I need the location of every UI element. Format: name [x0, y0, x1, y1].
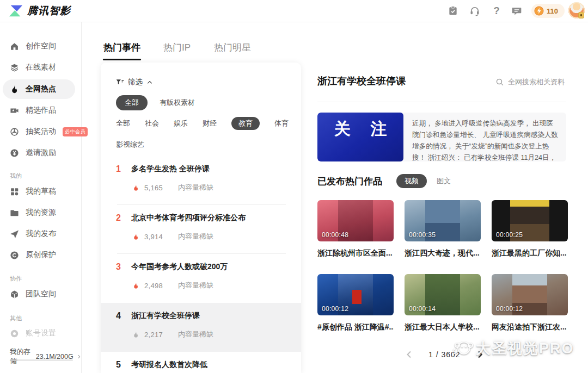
video-card-1[interactable]: 00:00:48 浙江除杭州市区全面... [317, 200, 394, 258]
feedback-icon[interactable] [511, 5, 522, 16]
category-tv[interactable]: 影视综艺 [116, 138, 144, 151]
vip-badge: 必中会员 [63, 127, 88, 136]
storage-row[interactable]: 我的存储 23.1M/200G [10, 347, 81, 366]
search-related-button[interactable]: 全网搜索相关资料 [495, 77, 565, 87]
hot-topic-row-5[interactable]: 5 考研报名人数首次降低 [101, 352, 301, 373]
video-caption: 浙江最大日本人学校... [405, 322, 481, 332]
rank-number: 4 [116, 311, 121, 321]
category-entertainment[interactable]: 娱乐 [174, 117, 188, 130]
pagination: 1 / 3602 [405, 350, 485, 359]
page-indicator: 1 / 3602 [428, 350, 461, 359]
hot-topic-row-2[interactable]: 2 北京中考体育考四项评分标准公布 3,914 内容量稀缺 [101, 205, 301, 254]
sidebar-item-label: 账号设置 [26, 328, 56, 338]
sidebar-item-invite-rewards[interactable]: 邀请激励 [10, 146, 56, 159]
sidebar-item-copyright-protect[interactable]: 原创保护 [10, 248, 56, 262]
sidebar-item-my-drafts[interactable]: 我的草稿 [10, 185, 56, 198]
heat-count: 2,498 [144, 282, 163, 290]
video-card-3[interactable]: 00:00:25 浙江最黑的工厂你知... [492, 200, 568, 258]
filter-label: 筛选 [128, 77, 143, 87]
hot-topic-row-3[interactable]: 3 今年国考参考人数或破200万 2,498 内容量稀缺 [101, 254, 301, 303]
sidebar-item-lottery[interactable]: 抽奖活动 必中会员 [10, 125, 88, 138]
storage-label: 我的存储 [10, 347, 33, 366]
sidebar-item-account-settings[interactable]: 账号设置 [10, 327, 56, 340]
video-caption: 网友沿途拍下浙江农... [492, 322, 568, 332]
task-list-icon[interactable] [448, 5, 458, 16]
scope-copyright[interactable]: 有版权素材 [160, 98, 195, 108]
sidebar-item-creation-space[interactable]: 创作空间 [10, 40, 56, 53]
video-duration: 00:00:48 [322, 231, 348, 239]
video-card-5[interactable]: 00:00:14 浙江最大日本人学校... [405, 274, 481, 332]
copyright-icon [10, 251, 19, 260]
lottery-wheel-icon [10, 127, 19, 136]
category-row: 全部 社会 娱乐 财经 教育 体育 影视综艺 [116, 117, 296, 151]
topic-title: 考研报名人数首次降低 [131, 360, 207, 370]
heat-flame-icon [132, 331, 139, 339]
category-society[interactable]: 社会 [145, 117, 159, 130]
search-label: 全网搜索相关资料 [508, 77, 565, 87]
section-label-my: 我的 [10, 172, 22, 180]
heat-flame-icon [132, 184, 139, 192]
hot-topic-row-1[interactable]: 1 多名学生发热 全班停课 5,165 内容量稀缺 [101, 156, 301, 205]
storage-progress [10, 359, 73, 361]
video-thumbnail: 00:00:48 [317, 200, 394, 241]
topic-detail-panel: 浙江有学校全班停课 全网搜索相关资料 关 注 近期， 多地进入呼吸道传染病高发季… [317, 63, 568, 373]
category-education[interactable]: 教育 [231, 117, 260, 130]
cube-icon [10, 290, 19, 299]
heat-count: 2,217 [144, 331, 163, 339]
video-caption: #原创作品 浙江降温#... [317, 322, 394, 332]
sidebar-item-label: 原创保护 [26, 250, 56, 260]
sidebar-item-my-publish[interactable]: 我的发布 [10, 227, 56, 240]
video-thumbnail: 00:00:14 [405, 274, 481, 315]
next-page-icon[interactable] [475, 350, 485, 359]
tab-hot-stars[interactable]: 热门明星 [214, 41, 251, 54]
hot-topic-row-4-selected[interactable]: 4 浙江有学校全班停课 2,217 内容量稀缺 [101, 303, 301, 352]
video-duration: 00:00:14 [409, 305, 436, 313]
news-summary-card[interactable]: 关 注 近期， 多地进入呼吸道传染病高发季， 出现医院门诊和急诊量增长、 儿童呼… [317, 113, 566, 161]
coin-balance[interactable]: 110 [531, 4, 565, 18]
news-text: 近期， 多地进入呼吸道传染病高发季， 出现医院门诊和急诊量增长、 儿童呼吸道疾病… [403, 113, 566, 161]
category-sports[interactable]: 体育 [274, 117, 289, 130]
tab-active-underline [103, 59, 141, 60]
tab-hot-events[interactable]: 热门事件 [103, 41, 140, 54]
video-thumbnail: 00:00:35 [405, 200, 481, 241]
heat-flame-icon [132, 233, 139, 241]
divider [317, 102, 566, 102]
sidebar-item-online-assets[interactable]: 在线素材 [10, 61, 56, 74]
app-logo[interactable]: 腾讯智影 [9, 4, 71, 18]
sidebar-item-label: 在线素材 [26, 63, 56, 72]
coin-count: 110 [547, 7, 558, 15]
sidebar-item-hot-topics[interactable]: 全网热点 [10, 83, 56, 96]
help-icon[interactable]: ? [491, 5, 502, 16]
scope-all-pill[interactable]: 全部 [116, 95, 148, 110]
video-thumbnail: 00:00:12 [317, 274, 394, 315]
video-caption: 浙江最黑的工厂你知... [492, 248, 568, 258]
works-section-title: 已发布热门作品 [317, 175, 382, 188]
prev-page-icon[interactable] [405, 350, 414, 359]
send-icon [10, 229, 19, 239]
topic-title: 浙江有学校全班停课 [131, 311, 200, 321]
video-card-6[interactable]: 00:00:12 网友沿途拍下浙江农... [492, 274, 568, 332]
heat-count: 3,914 [144, 233, 163, 241]
tab-hot-ip[interactable]: 热门IP [163, 41, 191, 54]
rank-number: 3 [116, 262, 121, 272]
sidebar-item-featured-works[interactable]: 精选作品 [10, 104, 56, 117]
avatar-vip-badge [578, 12, 584, 18]
category-finance[interactable]: 财经 [203, 117, 217, 130]
content-scarce-tag: 内容量稀缺 [178, 232, 213, 241]
filter-toggle[interactable]: 筛选 [116, 77, 153, 87]
video-duration: 00:00:12 [496, 305, 523, 313]
sidebar-item-my-resources[interactable]: 我的资源 [10, 206, 56, 219]
works-tab-imagetext[interactable]: 图文 [437, 176, 451, 186]
video-card-2[interactable]: 00:00:35 浙江四大奇迹，现代... [405, 200, 481, 258]
sidebar-item-team-space[interactable]: 团队空间 [10, 288, 56, 301]
topic-title: 多名学生发热 全班停课 [131, 164, 210, 174]
works-tab-video[interactable]: 视频 [396, 174, 427, 188]
topic-title: 今年国考参考人数或破200万 [131, 262, 228, 272]
top-header: 腾讯智影 ? 110 [0, 0, 588, 22]
support-headset-icon[interactable] [469, 5, 480, 16]
layers-icon [10, 63, 19, 72]
yuan-coin-icon [10, 148, 19, 158]
category-all[interactable]: 全部 [116, 117, 130, 130]
video-card-4[interactable]: 00:00:12 #原创作品 浙江降温#... [317, 274, 394, 332]
heat-flame-icon [132, 282, 139, 290]
